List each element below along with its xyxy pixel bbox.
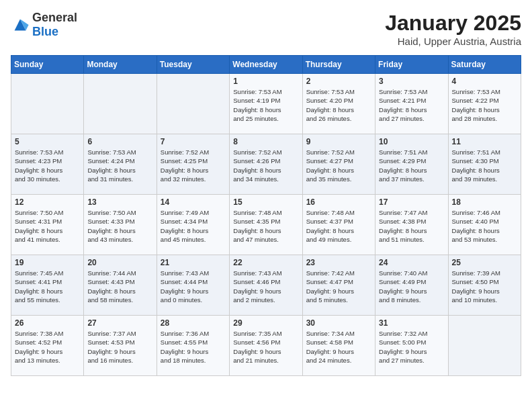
weekday-header-sunday: Sunday [11,56,84,74]
day-info: Sunrise: 7:38 AM Sunset: 4:52 PM Dayligh… [15,329,80,365]
calendar-cell: 28Sunrise: 7:36 AM Sunset: 4:55 PM Dayli… [157,316,229,376]
calendar-cell: 17Sunrise: 7:47 AM Sunset: 4:38 PM Dayli… [375,195,448,255]
calendar-week-2: 5Sunrise: 7:53 AM Sunset: 4:23 PM Daylig… [11,134,521,195]
day-number: 23 [306,258,371,267]
calendar-cell: 31Sunrise: 7:32 AM Sunset: 5:00 PM Dayli… [375,316,448,376]
day-number: 31 [379,318,444,328]
day-number: 5 [15,137,80,146]
day-number: 14 [161,197,226,207]
day-number: 11 [452,137,517,146]
day-info: Sunrise: 7:40 AM Sunset: 4:49 PM Dayligh… [379,269,444,304]
day-info: Sunrise: 7:52 AM Sunset: 4:26 PM Dayligh… [233,148,298,183]
weekday-header-monday: Monday [84,56,157,74]
day-info: Sunrise: 7:47 AM Sunset: 4:38 PM Dayligh… [379,208,444,244]
calendar-cell: 23Sunrise: 7:42 AM Sunset: 4:47 PM Dayli… [302,255,375,316]
day-number: 12 [15,197,80,207]
day-info: Sunrise: 7:32 AM Sunset: 5:00 PM Dayligh… [379,329,444,365]
day-number: 2 [306,77,371,86]
calendar-cell: 25Sunrise: 7:39 AM Sunset: 4:50 PM Dayli… [448,255,521,316]
page-header: General Blue January 2025 Haid, Upper Au… [11,11,521,47]
day-info: Sunrise: 7:36 AM Sunset: 4:55 PM Dayligh… [161,329,226,365]
day-number: 19 [15,258,80,267]
calendar-week-3: 12Sunrise: 7:50 AM Sunset: 4:31 PM Dayli… [11,195,521,255]
logo: General Blue [11,11,77,39]
calendar-table: SundayMondayTuesdayWednesdayThursdayFrid… [11,55,521,376]
day-number: 18 [452,197,517,207]
calendar-week-1: 1Sunrise: 7:53 AM Sunset: 4:19 PM Daylig… [11,74,521,134]
day-info: Sunrise: 7:43 AM Sunset: 4:44 PM Dayligh… [161,269,226,304]
calendar-cell: 30Sunrise: 7:34 AM Sunset: 4:58 PM Dayli… [302,316,375,376]
weekday-header-wednesday: Wednesday [230,56,302,74]
day-info: Sunrise: 7:35 AM Sunset: 4:56 PM Dayligh… [233,329,298,365]
month-title: January 2025 [385,11,521,36]
day-number: 21 [161,258,226,267]
calendar-cell: 5Sunrise: 7:53 AM Sunset: 4:23 PM Daylig… [11,134,84,195]
day-info: Sunrise: 7:43 AM Sunset: 4:46 PM Dayligh… [233,269,298,304]
day-number: 15 [233,197,298,207]
calendar-cell: 20Sunrise: 7:44 AM Sunset: 4:43 PM Dayli… [84,255,157,316]
calendar-cell: 22Sunrise: 7:43 AM Sunset: 4:46 PM Dayli… [230,255,302,316]
calendar-cell: 21Sunrise: 7:43 AM Sunset: 4:44 PM Dayli… [157,255,229,316]
day-info: Sunrise: 7:52 AM Sunset: 4:25 PM Dayligh… [161,148,226,183]
calendar-cell: 24Sunrise: 7:40 AM Sunset: 4:49 PM Dayli… [375,255,448,316]
day-info: Sunrise: 7:53 AM Sunset: 4:23 PM Dayligh… [15,148,80,183]
calendar-cell: 7Sunrise: 7:52 AM Sunset: 4:25 PM Daylig… [157,134,229,195]
day-info: Sunrise: 7:48 AM Sunset: 4:35 PM Dayligh… [233,208,298,244]
day-info: Sunrise: 7:52 AM Sunset: 4:27 PM Dayligh… [306,148,371,183]
day-number: 3 [379,77,444,86]
calendar-cell: 11Sunrise: 7:51 AM Sunset: 4:30 PM Dayli… [448,134,521,195]
day-number: 6 [87,137,152,146]
day-number: 8 [233,137,298,146]
day-info: Sunrise: 7:51 AM Sunset: 4:29 PM Dayligh… [379,148,444,183]
calendar-cell [448,316,521,376]
calendar-cell: 4Sunrise: 7:53 AM Sunset: 4:22 PM Daylig… [448,74,521,134]
day-info: Sunrise: 7:34 AM Sunset: 4:58 PM Dayligh… [306,329,371,365]
day-info: Sunrise: 7:53 AM Sunset: 4:19 PM Dayligh… [233,87,298,123]
weekday-header-row: SundayMondayTuesdayWednesdayThursdayFrid… [11,56,521,74]
calendar-cell: 26Sunrise: 7:38 AM Sunset: 4:52 PM Dayli… [11,316,84,376]
day-info: Sunrise: 7:53 AM Sunset: 4:24 PM Dayligh… [87,148,152,183]
calendar-cell: 13Sunrise: 7:50 AM Sunset: 4:33 PM Dayli… [84,195,157,255]
day-number: 17 [379,197,444,207]
day-info: Sunrise: 7:53 AM Sunset: 4:21 PM Dayligh… [379,87,444,123]
day-info: Sunrise: 7:44 AM Sunset: 4:43 PM Dayligh… [87,269,152,304]
day-number: 30 [306,318,371,328]
weekday-header-saturday: Saturday [448,56,521,74]
day-number: 9 [306,137,371,146]
calendar-cell: 18Sunrise: 7:46 AM Sunset: 4:40 PM Dayli… [448,195,521,255]
day-info: Sunrise: 7:48 AM Sunset: 4:37 PM Dayligh… [306,208,371,244]
calendar-cell: 15Sunrise: 7:48 AM Sunset: 4:35 PM Dayli… [230,195,302,255]
day-info: Sunrise: 7:50 AM Sunset: 4:31 PM Dayligh… [15,208,80,244]
calendar-week-4: 19Sunrise: 7:45 AM Sunset: 4:41 PM Dayli… [11,255,521,316]
day-info: Sunrise: 7:49 AM Sunset: 4:34 PM Dayligh… [161,208,226,244]
logo-general: General [32,11,77,24]
day-number: 20 [87,258,152,267]
calendar-cell [11,74,84,134]
calendar-cell: 12Sunrise: 7:50 AM Sunset: 4:31 PM Dayli… [11,195,84,255]
logo-icon [11,15,30,34]
day-number: 24 [379,258,444,267]
day-number: 22 [233,258,298,267]
calendar-cell: 16Sunrise: 7:48 AM Sunset: 4:37 PM Dayli… [302,195,375,255]
day-number: 28 [161,318,226,328]
logo-text: General Blue [32,11,77,39]
day-info: Sunrise: 7:45 AM Sunset: 4:41 PM Dayligh… [15,269,80,304]
day-info: Sunrise: 7:51 AM Sunset: 4:30 PM Dayligh… [452,148,517,183]
calendar-cell: 1Sunrise: 7:53 AM Sunset: 4:19 PM Daylig… [230,74,302,134]
calendar-cell: 6Sunrise: 7:53 AM Sunset: 4:24 PM Daylig… [84,134,157,195]
logo-blue: Blue [32,25,58,38]
day-number: 10 [379,137,444,146]
day-info: Sunrise: 7:46 AM Sunset: 4:40 PM Dayligh… [452,208,517,244]
day-info: Sunrise: 7:42 AM Sunset: 4:47 PM Dayligh… [306,269,371,304]
weekday-header-friday: Friday [375,56,448,74]
calendar-cell: 27Sunrise: 7:37 AM Sunset: 4:53 PM Dayli… [84,316,157,376]
calendar-cell: 10Sunrise: 7:51 AM Sunset: 4:29 PM Dayli… [375,134,448,195]
calendar-cell: 29Sunrise: 7:35 AM Sunset: 4:56 PM Dayli… [230,316,302,376]
day-number: 29 [233,318,298,328]
day-number: 7 [161,137,226,146]
weekday-header-thursday: Thursday [302,56,375,74]
day-number: 13 [87,197,152,207]
calendar-cell: 14Sunrise: 7:49 AM Sunset: 4:34 PM Dayli… [157,195,229,255]
day-info: Sunrise: 7:53 AM Sunset: 4:20 PM Dayligh… [306,87,371,123]
location-title: Haid, Upper Austria, Austria [385,36,521,47]
